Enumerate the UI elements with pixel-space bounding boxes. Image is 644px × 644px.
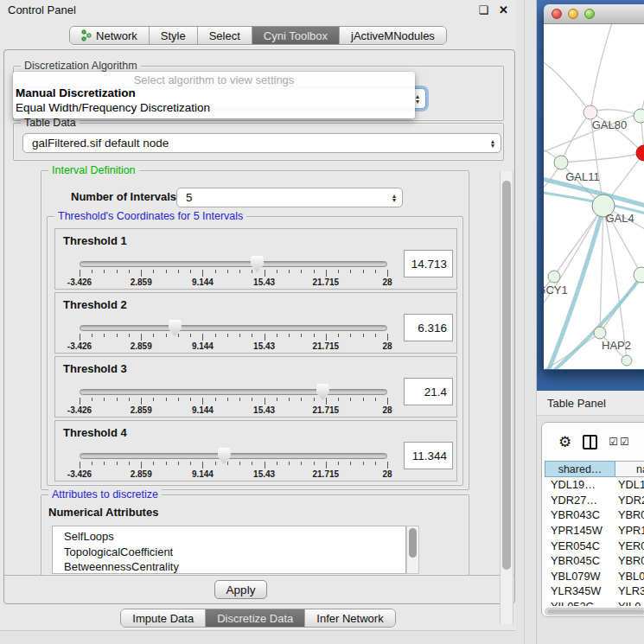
network-node-gcy1[interactable] [548,271,560,283]
cell-shared-name[interactable]: YBR043C [545,507,615,523]
table-row[interactable]: YBR043CYBR0 [545,507,644,523]
threshold-label: Threshold 1 [63,234,127,247]
tab-discretize-data[interactable]: Discretize Data [206,609,305,627]
number-of-intervals-combobox[interactable]: 5 ▴▾ [176,188,403,207]
cell-shared-name[interactable]: YIL052C [545,599,615,606]
tab-infer-network[interactable]: Infer Network [305,609,394,627]
gear-icon[interactable]: ⚙ [558,435,571,450]
cell-name[interactable]: YER0 [615,538,644,553]
threshold-slider[interactable]: -3.4262.8599.14415.4321.71528 [73,319,394,354]
threshold-value-field[interactable]: 21.4 [404,378,453,405]
table-data-combobox[interactable]: galFiltered.sif default node ▴▾ [22,133,501,153]
panel-scrollbar-thumb[interactable] [502,181,511,570]
float-window-icon[interactable]: ❏ [478,3,488,16]
network-node-ga[interactable] [634,109,644,123]
select-columns-checkboxes[interactable]: ☑☑ [609,436,631,448]
tab-select[interactable]: Select [198,27,252,44]
network-node-h[interactable] [634,267,644,283]
table-horizontal-scrollbar[interactable] [545,608,644,615]
slider-tick [289,334,290,337]
cell-name[interactable]: YDR2 [615,493,644,508]
close-icon[interactable]: ✕ [499,3,508,16]
checkbox-icon[interactable]: ☑ [609,436,620,448]
algorithm-placeholder-item[interactable]: Select algorithm to view settings [13,73,415,86]
slider-track[interactable] [80,389,387,395]
network-node-gal80[interactable] [583,105,597,119]
slider-tick [350,398,351,401]
slider-track[interactable] [80,325,387,331]
slider-track[interactable] [80,261,387,267]
table-panel: Table Panel ⚙ ☑☑ shared… na YDL19…YDL1YD… [537,391,644,644]
slider-tick [227,270,228,273]
cell-name[interactable]: YBR0 [615,553,644,569]
tab-impute-data[interactable]: Impute Data [121,609,206,627]
slider-tick-label: 28 [382,405,392,415]
minimize-traffic-light[interactable] [568,9,578,19]
column-header-shared-name[interactable]: shared… [545,461,615,477]
cell-shared-name[interactable]: YBL079W [545,569,615,584]
cell-name[interactable]: YPR1 [615,523,644,539]
column-header-name[interactable]: na [615,461,644,477]
threshold-value-field[interactable]: 14.713 [404,250,453,277]
close-traffic-light[interactable] [552,9,562,19]
node-table[interactable]: shared… na YDL19…YDL1YDR27…YDR2YBR043CYB… [545,461,644,606]
slider-tick [326,462,327,469]
cell-name[interactable]: YIL0 [615,599,644,606]
table-row[interactable]: YDR27…YDR2 [545,493,644,508]
table-row[interactable]: YER054CYER0 [545,538,644,553]
cell-shared-name[interactable]: YPR145W [545,523,615,539]
cell-name[interactable]: YBL0 [615,569,644,584]
threshold-value-field[interactable]: 11.344 [404,442,453,469]
table-row[interactable]: YBR045CYBR0 [545,553,644,569]
cell-shared-name[interactable]: YBR045C [545,553,615,569]
attribute-list-item[interactable]: TopologicalCoefficient [64,545,405,560]
cell-name[interactable]: YDL1 [615,477,644,493]
network-node[interactable] [622,355,632,366]
slider-tick [215,462,216,465]
tab-style[interactable]: Style [150,27,198,44]
slider-handle[interactable] [316,384,329,400]
panel-splitter[interactable] [516,0,537,644]
tab-jactivemnodules[interactable]: jActiveMNodules [340,27,446,44]
table-row[interactable]: YPR145WYPR1 [545,523,644,539]
threshold-slider[interactable]: -3.4262.8599.14415.4321.71528 [73,255,394,290]
attributes-scrollbar-thumb[interactable] [409,528,417,558]
attribute-list-item[interactable]: SelfLoops [64,529,405,545]
cell-name[interactable]: YBR0 [615,507,644,523]
network-canvas[interactable]: GAL80GACGAL11GAL4GCY1HHAP2 [544,24,644,369]
tab-cyni-toolbox[interactable]: Cyni Toolbox [252,27,340,44]
cell-shared-name[interactable]: YDR27… [545,493,615,508]
numerical-attributes-list[interactable]: SelfLoopsTopologicalCoefficientBetweenne… [52,526,406,574]
slider-tick-label: 15.43 [253,469,275,479]
table-row[interactable]: YIL052CYIL0 [545,599,644,606]
checkbox-icon[interactable]: ☑ [620,436,631,448]
slider-track[interactable] [80,453,387,459]
table-row[interactable]: YLR345WYLR3 [545,583,644,599]
network-node-hap2[interactable] [594,327,606,339]
slider-handle[interactable] [218,448,231,464]
table-row[interactable]: YBL079WYBL0 [545,569,644,584]
attributes-list-scrollbar[interactable] [406,526,419,574]
threshold-value-field[interactable]: 6.316 [404,314,453,341]
tab-network[interactable]: Network [70,27,150,44]
panel-vertical-scrollbar[interactable] [500,171,513,624]
algorithm-option-equal-width-frequency-discretization[interactable]: Equal Width/Frequency Discretization [13,101,415,116]
table-scrollbar-thumb[interactable] [547,609,644,614]
slider-handle[interactable] [169,320,182,336]
slider-tick-label: 28 [382,341,392,351]
slider-tick [252,398,252,401]
cell-shared-name[interactable]: YDL19… [545,477,615,493]
cell-name[interactable]: YLR3 [615,583,644,599]
algorithm-option-manual-discretization[interactable]: Manual Discretization [13,86,415,101]
threshold-slider[interactable]: -3.4262.8599.14415.4321.71528 [73,383,394,418]
cell-shared-name[interactable]: YLR345W [545,583,615,599]
zoom-traffic-light[interactable] [584,9,595,19]
threshold-slider[interactable]: -3.4262.8599.14415.4321.71528 [73,447,394,481]
network-node-gal11[interactable] [554,156,568,169]
columns-icon[interactable] [583,435,597,450]
table-row[interactable]: YDL19…YDL1 [545,477,644,493]
attribute-list-item[interactable]: BetweennessCentrality [64,559,405,574]
cell-shared-name[interactable]: YER054C [545,538,615,553]
slider-tick [141,398,142,405]
apply-button[interactable]: Apply [214,580,267,599]
